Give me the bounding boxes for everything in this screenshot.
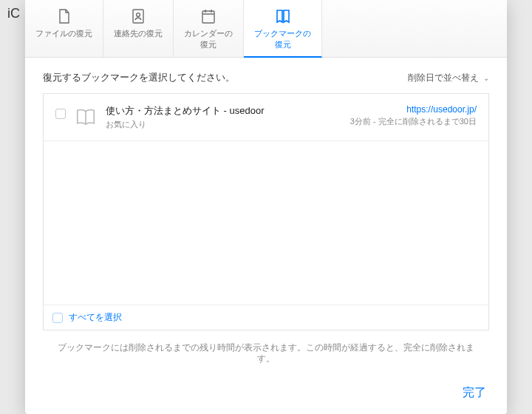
bookmark-list: 使い方・方法まとめサイト - usedoor お気に入り https://use… xyxy=(43,93,489,330)
calendar-icon xyxy=(199,7,218,25)
open-book-icon xyxy=(75,106,97,128)
dialog-content: 復元するブックマークを選択してください。 削除日で並べ替え ⌄ 使い方・方法まと… xyxy=(25,58,507,376)
svg-point-1 xyxy=(137,13,140,17)
instruction-text: 復元するブックマークを選択してください。 xyxy=(43,71,235,84)
tab-label: カレンダーの 復元 xyxy=(184,28,233,50)
restore-tabs: ファイルの復元 連絡先の復元 カレンダーの 復元 ブックマークの 復元 xyxy=(25,0,507,58)
tab-label: ファイルの復元 xyxy=(35,28,92,39)
tab-restore-calendar[interactable]: カレンダーの 復元 xyxy=(174,0,244,57)
bookmark-meta: 3分前 - 完全に削除されるまで30日 xyxy=(350,116,477,127)
sort-label: 削除日で並べ替え xyxy=(408,72,479,84)
contact-icon xyxy=(129,7,148,25)
restore-dialog: ファイルの復元 連絡先の復元 カレンダーの 復元 ブックマークの 復元 復元する… xyxy=(25,0,507,414)
bookmark-row[interactable]: 使い方・方法まとめサイト - usedoor お気に入り https://use… xyxy=(44,94,488,141)
footnote-text: ブックマークには削除されるまでの残り時間が表示されます。この時間が経過すると、完… xyxy=(43,330,489,372)
select-all-checkbox[interactable] xyxy=(52,313,63,323)
tab-restore-contacts[interactable]: 連絡先の復元 xyxy=(103,0,174,57)
tab-label: ブックマークの 復元 xyxy=(254,28,311,50)
done-button[interactable]: 完了 xyxy=(457,382,492,404)
bookmark-folder: お気に入り xyxy=(106,119,341,130)
bookmark-title: 使い方・方法まとめサイト - usedoor xyxy=(106,104,341,118)
dialog-footer: 完了 xyxy=(25,376,507,414)
tab-restore-files[interactable]: ファイルの復元 xyxy=(25,0,103,57)
tab-label: 連絡先の復元 xyxy=(114,28,163,39)
svg-rect-2 xyxy=(202,11,214,23)
bookmark-checkbox[interactable] xyxy=(55,109,66,119)
tab-restore-bookmarks[interactable]: ブックマークの 復元 xyxy=(244,0,322,58)
select-all-label: すべてを選択 xyxy=(69,311,122,324)
bookmark-url: https://usedoor.jp/ xyxy=(350,104,477,115)
file-icon xyxy=(55,7,74,25)
bookmark-icon xyxy=(273,7,293,25)
chevron-down-icon: ⌄ xyxy=(483,74,489,82)
sort-dropdown[interactable]: 削除日で並べ替え ⌄ xyxy=(408,72,489,84)
select-all-row[interactable]: すべてを選択 xyxy=(44,305,488,330)
